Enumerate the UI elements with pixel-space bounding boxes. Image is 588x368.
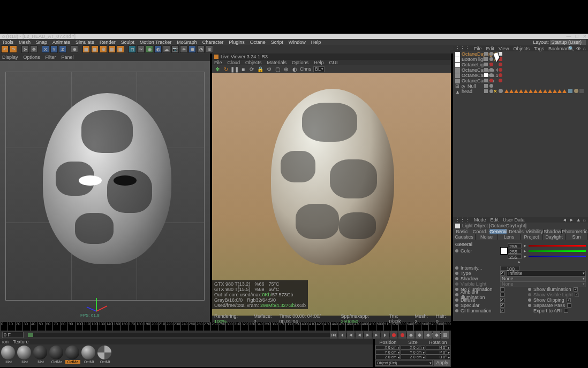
lv-refresh-icon[interactable]: ↻ — [223, 66, 229, 72]
om-eye-icon[interactable]: 👁 — [576, 46, 581, 51]
color-r-input[interactable]: 255 — [508, 243, 522, 248]
selection-tag-icon[interactable] — [504, 89, 509, 93]
om-item-bottom-light[interactable]: Bottom light ✓ — [453, 57, 588, 62]
lv-lock-icon[interactable]: 🔒 — [257, 66, 263, 72]
material-slot[interactable]: OctMa — [65, 346, 80, 364]
object-manager[interactable]: OctaneDayLight ✓ Bottom light ✓ OctaneLi… — [453, 51, 588, 217]
color-g-input[interactable]: 255 — [508, 249, 522, 254]
tab-lens[interactable]: Lens — [498, 234, 521, 240]
am-mode[interactable]: Mode — [474, 217, 486, 223]
redo-button[interactable]: ↷ — [10, 45, 17, 53]
lv-objects[interactable]: Objects — [245, 60, 262, 65]
lv-restart-icon[interactable]: ⟳ — [248, 66, 255, 72]
om-item-camera1[interactable]: OctaneCamera.1 — [453, 73, 588, 78]
tab-daylight[interactable]: Daylight Tag — [543, 234, 566, 240]
key-pos-icon[interactable]: ◆ — [407, 331, 414, 339]
menu-simulate[interactable]: Simulate — [76, 40, 94, 45]
color-g-slider[interactable] — [529, 250, 586, 252]
om-search-icon[interactable]: 🔍 — [568, 46, 574, 51]
picture-viewer-btn[interactable]: ▦ — [117, 45, 124, 53]
no-illumination-check[interactable] — [500, 287, 504, 292]
lv-channels-dropdown[interactable]: BL — [313, 66, 325, 72]
tab-general[interactable]: General — [489, 229, 508, 234]
record-key-icon[interactable] — [390, 331, 397, 339]
close-button[interactable]: ✕ — [583, 34, 587, 39]
uvw-tag-icon[interactable] — [568, 89, 572, 93]
menu-octane[interactable]: Octane — [250, 40, 266, 45]
material-slot[interactable]: Mat — [33, 346, 48, 364]
octane-render-viewport[interactable]: GTX 980 T(13.2)%6675°C GTX 980 T(15.5)%8… — [212, 73, 451, 316]
mat-texture[interactable]: Texture — [13, 339, 29, 344]
menu-snap[interactable]: Snap — [36, 40, 47, 45]
editor-viewport[interactable]: FPS: 61.8 — [0, 61, 210, 322]
spline-tool[interactable]: 〰 — [137, 45, 145, 53]
vp-display[interactable]: Display — [2, 55, 18, 60]
octane-tag-icon[interactable] — [579, 89, 584, 93]
am-edit[interactable]: Edit — [491, 217, 499, 223]
tab-shadow[interactable]: Shadow — [544, 229, 562, 234]
tab-coord[interactable]: Coord. — [471, 229, 489, 234]
pos-z[interactable]: Z 0 cm — [375, 355, 400, 359]
move-tool[interactable]: ✥ — [30, 45, 37, 53]
show-illumination-check[interactable] — [574, 287, 578, 292]
color-r-slider[interactable] — [529, 245, 586, 247]
am-back-icon[interactable]: ◄ — [562, 217, 567, 223]
menu-mesh[interactable]: Mesh — [19, 40, 31, 45]
menu-window[interactable]: Window — [289, 40, 306, 45]
lv-pick-icon[interactable]: ⊕ — [283, 66, 289, 72]
show-clipping-check[interactable] — [567, 298, 571, 302]
light-tool[interactable]: ☀ — [180, 45, 187, 53]
tag-tool[interactable]: ◔ — [197, 45, 205, 53]
coord-mode-dropdown[interactable]: Object (Rel) — [375, 360, 433, 366]
lv-help[interactable]: Help — [314, 60, 324, 65]
lv-file[interactable]: File — [214, 60, 222, 65]
tab-photometric[interactable]: Photometric — [562, 229, 588, 234]
size-y[interactable]: Y 0 cm — [401, 350, 425, 355]
vp-filter[interactable]: Filter — [46, 55, 56, 60]
apply-button[interactable]: Apply — [434, 360, 450, 366]
texture-tag-icon[interactable] — [499, 89, 503, 93]
tab-basic[interactable]: Basic — [453, 229, 471, 234]
om-tags[interactable]: Tags — [534, 46, 544, 51]
rot-b[interactable]: B 0° — [426, 355, 450, 359]
color-b-input[interactable]: 255 — [508, 254, 522, 259]
menu-render[interactable]: Render — [100, 40, 116, 45]
separate-pass-check[interactable] — [567, 303, 571, 308]
material-slot[interactable]: Mat — [1, 346, 16, 364]
coord-system[interactable]: ⊕ — [71, 45, 78, 53]
material-slot[interactable]: OctMt — [81, 346, 96, 364]
tab-noise[interactable]: Noise — [476, 234, 498, 240]
pos-x[interactable]: X 0 cm — [375, 345, 400, 350]
menu-script[interactable]: Script — [271, 40, 283, 45]
menu-animate[interactable]: Animate — [52, 40, 70, 45]
tab-details[interactable]: Details — [507, 229, 525, 234]
am-home-icon[interactable]: ⌂ — [583, 217, 586, 223]
material-slot[interactable]: OctMt — [97, 346, 112, 364]
om-item-camera4[interactable]: OctaneCamera 4 — [453, 67, 588, 73]
pos-y[interactable]: Y 0 cm — [375, 350, 400, 355]
prev-key-icon[interactable]: ◄ — [347, 331, 355, 339]
om-edit[interactable]: Edit — [486, 46, 495, 51]
maximize-button[interactable]: □ — [576, 34, 578, 39]
select-tool[interactable]: ➤ — [21, 45, 29, 53]
phong-tag-icon[interactable] — [574, 89, 578, 93]
render-queue-btn[interactable]: ▤ — [108, 45, 116, 53]
layout-dropdown[interactable]: Startup (User) — [550, 40, 586, 45]
deformer-tool[interactable]: ◐ — [154, 45, 162, 53]
undo-button[interactable]: ↶ — [1, 45, 9, 53]
color-b-slider[interactable] — [529, 256, 586, 257]
tab-visibility[interactable]: Visibility — [525, 229, 544, 234]
misc-tool[interactable]: ⊙ — [206, 45, 213, 53]
lv-cloud[interactable]: Cloud — [228, 60, 240, 65]
lv-materials[interactable]: Materials — [267, 60, 287, 65]
lv-clay-icon[interactable]: ◐ — [291, 66, 298, 72]
vp-panel[interactable]: Panel — [62, 55, 74, 60]
next-key-icon[interactable]: ► — [373, 331, 380, 339]
key-param-icon[interactable]: ◆ — [433, 331, 440, 339]
lv-pause-icon[interactable]: ❚❚ — [231, 66, 238, 72]
menu-motion-tracker[interactable]: Motion Tracker — [140, 40, 172, 45]
key-rot-icon[interactable]: ◆ — [424, 331, 432, 339]
lv-stop-icon[interactable]: ■ — [240, 66, 246, 72]
om-item-camera[interactable]: OctaneCamera — [453, 78, 588, 83]
tab-caustics[interactable]: Caustics — [453, 234, 476, 240]
